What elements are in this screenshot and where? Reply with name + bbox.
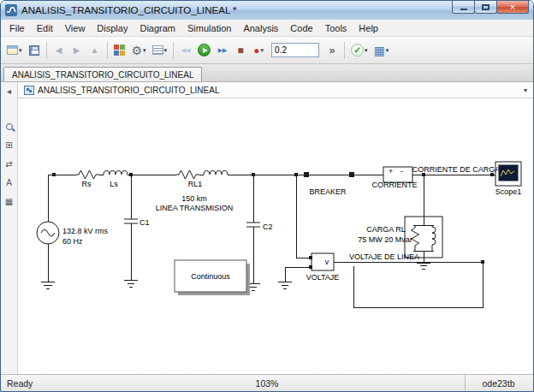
check-icon: ✓ <box>351 44 364 56</box>
simulation-mode-button[interactable]: ▾ <box>150 40 170 61</box>
build-button[interactable]: ▦▾ <box>371 40 392 61</box>
back-icon: ◀ <box>56 45 62 55</box>
close-button[interactable]: × <box>496 1 529 14</box>
annotation-icon: A <box>6 178 12 187</box>
stop-time-input[interactable] <box>271 43 319 57</box>
zoom-level: 103% <box>256 378 279 389</box>
menu-simulation[interactable]: Simulation <box>181 21 237 35</box>
collapse-left-icon: ◂ <box>7 86 11 96</box>
model-tab[interactable]: ANALISIS_TRANSITORIO_CIRCUITO_LINEAL <box>3 67 202 81</box>
powergui-block[interactable]: Continuous <box>175 260 250 295</box>
main-panel: ANALISIS_TRANSITORIO_CIRCUITO_LINEAL ▾ <box>18 82 533 374</box>
menu-diagram[interactable]: Diagram <box>134 21 181 35</box>
minimize-icon <box>460 9 467 10</box>
model-icon <box>24 86 34 95</box>
stop-button[interactable]: ■ <box>232 40 249 61</box>
run-button[interactable] <box>195 40 213 61</box>
ac-source-block[interactable]: 132.8 kV rms 60 Hz <box>37 222 109 246</box>
solver-name[interactable]: ode23tb <box>465 375 533 391</box>
new-model-icon <box>7 45 18 55</box>
chevron-down-icon: ▾ <box>365 47 368 54</box>
record-button[interactable]: ●▾ <box>250 40 267 61</box>
fit-view-button[interactable]: ⊞ <box>3 139 16 151</box>
menu-help[interactable]: Help <box>353 21 384 35</box>
c1-label: C1 <box>139 218 150 227</box>
model-canvas[interactable]: 132.8 kV rms 60 Hz Rs Ls <box>18 98 533 374</box>
stop-icon: ■ <box>237 45 243 56</box>
scope-label: Scope1 <box>495 187 522 196</box>
zoom-icon <box>6 123 13 130</box>
circuit-diagram: 132.8 kV rms 60 Hz Rs Ls <box>18 98 533 374</box>
chevron-down-icon: ▾ <box>143 47 146 54</box>
inductor-ls-block[interactable]: Ls <box>104 171 128 189</box>
menu-display[interactable]: Display <box>91 21 134 35</box>
forward-button[interactable]: ▶ <box>68 40 86 61</box>
line-km-label: 150 km <box>181 194 207 203</box>
window-controls: × <box>453 1 529 14</box>
corriente-label: CORRIENTE <box>371 181 417 189</box>
current-measurement-block[interactable]: + - CORRIENTE <box>371 167 417 189</box>
step-forward-button[interactable]: ▶▶ <box>214 40 231 61</box>
capacitor-c1-block[interactable]: C1 <box>124 218 150 227</box>
tabbar: ANALISIS_TRANSITORIO_CIRCUITO_LINEAL <box>1 64 533 82</box>
titlebar[interactable]: ANALISIS_TRANSITORIO_CIRCUITO_LINEAL * × <box>1 1 533 20</box>
rl1-line-block[interactable]: RL1 150 km LINEA TRANSMISION <box>156 170 233 212</box>
menubar: File Edit View Display Diagram Simulatio… <box>1 20 533 37</box>
minus-terminal: - <box>400 167 403 175</box>
corriente-carga-label: CORRIENTE DE CARGA <box>412 165 501 174</box>
app-icon <box>5 4 17 16</box>
voltaje-linea-label: VOLTAJE DE LINEA <box>349 252 419 261</box>
step-back-button[interactable]: ◀◀ <box>177 40 194 61</box>
breaker-block[interactable]: BREAKER <box>304 172 354 196</box>
sample-time-button[interactable]: ▦ <box>3 195 16 208</box>
resistor-rs-block[interactable]: Rs <box>76 170 99 188</box>
new-model-button[interactable]: ▾ <box>4 40 25 61</box>
back-button[interactable]: ◀ <box>50 40 68 61</box>
menu-view[interactable]: View <box>59 21 92 35</box>
scope-block[interactable]: Scope1 <box>495 162 522 196</box>
chevron-down-icon: ▾ <box>19 47 22 54</box>
zoom-button[interactable] <box>3 120 16 133</box>
menu-code[interactable]: Code <box>284 21 318 35</box>
chevron-down-icon: ▾ <box>386 47 389 54</box>
sample-time-icon: ▦ <box>5 197 13 206</box>
maximize-button[interactable] <box>474 1 497 14</box>
model-advisor-button[interactable]: ✓▾ <box>348 40 371 61</box>
toolbar-separator <box>344 42 345 59</box>
breaker-label: BREAKER <box>309 187 347 196</box>
toolbar-separator <box>107 42 108 59</box>
menu-analysis[interactable]: Analysis <box>237 21 284 35</box>
library-browser-button[interactable] <box>111 40 128 61</box>
fit-view-icon: ⊞ <box>5 140 12 150</box>
capacitor-c2-block[interactable]: C2 <box>246 223 273 231</box>
toolbar-overflow-button[interactable]: » <box>323 40 341 61</box>
menu-tools[interactable]: Tools <box>319 21 353 35</box>
run-icon <box>198 44 211 56</box>
breadcrumb-model-name[interactable]: ANALISIS_TRANSITORIO_CIRCUITO_LINEAL <box>38 86 219 95</box>
annotation-button[interactable]: A <box>3 176 16 189</box>
save-icon <box>29 45 39 56</box>
rl1-label: RL1 <box>188 180 203 188</box>
menu-file[interactable]: File <box>3 21 31 35</box>
gear-icon: ⚙ <box>132 45 143 56</box>
source-label-2: 60 Hz <box>62 237 83 246</box>
palette-toolbar: ◂ ⊞ ⇄ A ▦ <box>1 82 18 374</box>
orientation-button[interactable]: ⇄ <box>3 157 16 170</box>
model-config-button[interactable]: ⚙▾ <box>129 40 149 61</box>
chevron-down-icon: ▾ <box>164 47 168 54</box>
up-to-parent-button[interactable]: ▲ <box>86 40 104 61</box>
hide-browser-button[interactable]: ◂ <box>3 85 16 98</box>
signal-wires[interactable] <box>48 175 495 307</box>
save-button[interactable] <box>26 40 43 61</box>
record-icon: ● <box>253 45 259 56</box>
ls-label: Ls <box>110 180 118 188</box>
carga-rl-load-block[interactable]: CARGA RL 75 MW 20 Mvar <box>358 217 442 258</box>
breadcrumb-dropdown[interactable]: ▾ <box>524 86 527 94</box>
minimize-button[interactable] <box>452 1 475 14</box>
toolbar-separator <box>173 42 174 59</box>
swap-arrows-icon: ⇄ <box>5 159 12 169</box>
menu-edit[interactable]: Edit <box>31 21 59 35</box>
c2-label: C2 <box>263 223 273 231</box>
chevron-down-icon: ▾ <box>260 47 264 54</box>
main-toolbar: ▾ ◀ ▶ ▲ ⚙▾ ▾ ◀◀ ▶▶ ■ ●▾ » ✓▾ ▦▾ <box>1 37 533 64</box>
